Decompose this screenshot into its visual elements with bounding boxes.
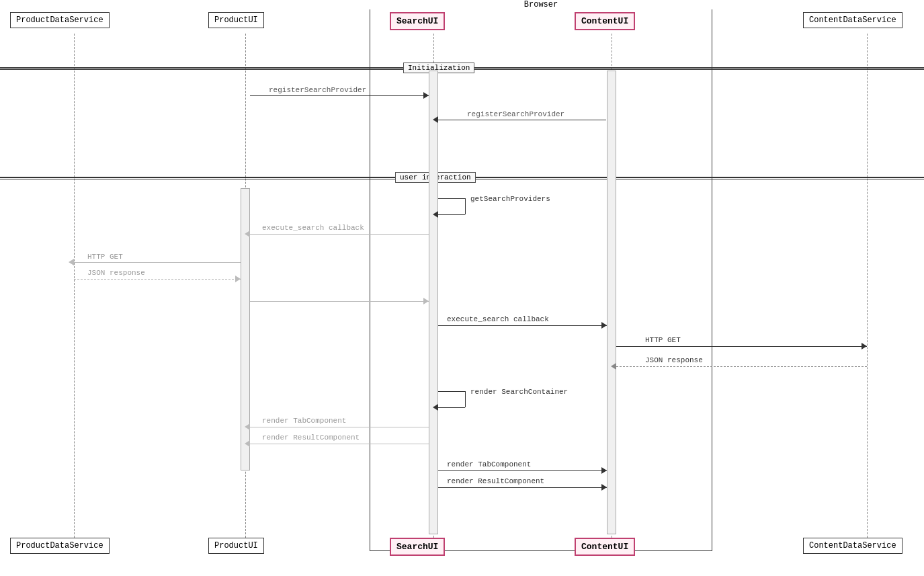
arrow-result-sui-pui <box>250 444 429 444</box>
label-tab-sui-cui: render TabComponent <box>447 460 531 468</box>
lifeline-box-cds-bot: ContentDataService <box>803 538 902 554</box>
arrow-result-sui-cui <box>438 487 607 488</box>
label-httpget-pui-pds: HTTP GET <box>87 253 123 261</box>
lifeline-box-pui-top: ProductUI <box>208 12 264 28</box>
init-label: Initialization <box>403 63 474 73</box>
browser-label: Browser <box>370 0 712 9</box>
arrowhead-register-cui-sui <box>433 116 438 123</box>
label-tab-sui-pui: render TabComponent <box>262 417 346 425</box>
lifeline-box-pui-bot: ProductUI <box>208 538 264 554</box>
arrow-tab-sui-cui <box>438 470 607 471</box>
self-arrow-getproviders-h2 <box>438 214 465 215</box>
label-result-sui-cui: render ResultComponent <box>447 477 544 485</box>
arrow-json-pds-pui <box>74 279 241 280</box>
arrowhead-result-sui-cui <box>601 484 607 491</box>
arrow-tab-sui-pui <box>250 427 429 427</box>
label-json-pds-pui: JSON response <box>87 269 145 277</box>
arrowhead-json-cds-cui <box>611 363 616 370</box>
label-httpget-cui-cds: HTTP GET <box>645 336 681 344</box>
label-register-cui-sui: registerSearchProvider <box>467 110 564 118</box>
arrowhead-json-pds-pui <box>235 276 241 282</box>
arrow-httpget-pui-pds <box>74 262 241 263</box>
arrowhead-httpget-cui-cds <box>862 343 867 349</box>
arrow-register-cui-sui <box>438 120 606 120</box>
arrowhead-getproviders <box>433 211 438 218</box>
self-arrow-getproviders-h1 <box>438 198 465 199</box>
arrow-httpget-cui-cds <box>616 346 867 347</box>
label-register-pui-sui: registerSearchProvider <box>269 86 366 94</box>
arrow-exec-sui-cui <box>438 325 607 326</box>
arrowhead-rendersearch <box>433 404 438 411</box>
lifeline-box-sui-top: SearchUI <box>390 12 445 30</box>
arrowhead-exec-sui-cui <box>601 322 607 329</box>
label-rendersearch: render SearchContainer <box>470 388 568 396</box>
arrowhead-register-pui-sui <box>423 92 429 99</box>
arrow-pui-sui-unnamed <box>250 301 429 302</box>
arrow-json-cds-cui <box>616 366 867 367</box>
arrowhead-exec-sui-pui <box>245 231 250 237</box>
lifeline-box-cui-bot: ContentUI <box>575 538 635 556</box>
arrow-exec-sui-pui <box>250 234 429 235</box>
label-exec-sui-pui: execute_search callback <box>262 224 364 232</box>
lifeline-pds <box>74 34 75 541</box>
label-json-cds-cui: JSON response <box>645 356 703 364</box>
activation-cui <box>607 71 616 534</box>
lifeline-box-pds-top: ProductDataService <box>10 12 110 28</box>
sequence-diagram: Browser ProductDataService ProductUI Sea… <box>0 0 924 576</box>
arrowhead-httpget-pui-pds <box>69 259 74 265</box>
label-exec-sui-cui: execute_search callback <box>447 315 549 323</box>
self-arrow-rendersearch-h1 <box>438 391 465 392</box>
arrowhead-tab-sui-cui <box>601 467 607 474</box>
lifeline-box-pds-bot: ProductDataService <box>10 538 110 554</box>
arrowhead-result-sui-pui <box>245 440 250 447</box>
label-result-sui-pui: render ResultComponent <box>262 434 360 442</box>
self-arrow-rendersearch-v <box>465 391 466 407</box>
browser-box <box>370 5 712 551</box>
arrowhead-pui-sui-unnamed <box>423 298 429 304</box>
self-arrow-rendersearch-h2 <box>438 407 465 408</box>
activation-sui <box>429 71 438 534</box>
lifeline-box-cui-top: ContentUI <box>575 12 635 30</box>
label-getproviders: getSearchProviders <box>470 195 550 203</box>
lifeline-cds <box>867 34 868 541</box>
arrow-register-pui-sui <box>250 95 429 96</box>
self-arrow-getproviders-v <box>465 198 466 214</box>
lifeline-box-sui-bot: SearchUI <box>390 538 445 556</box>
lifeline-box-cds-top: ContentDataService <box>803 12 902 28</box>
arrowhead-tab-sui-pui <box>245 423 250 430</box>
